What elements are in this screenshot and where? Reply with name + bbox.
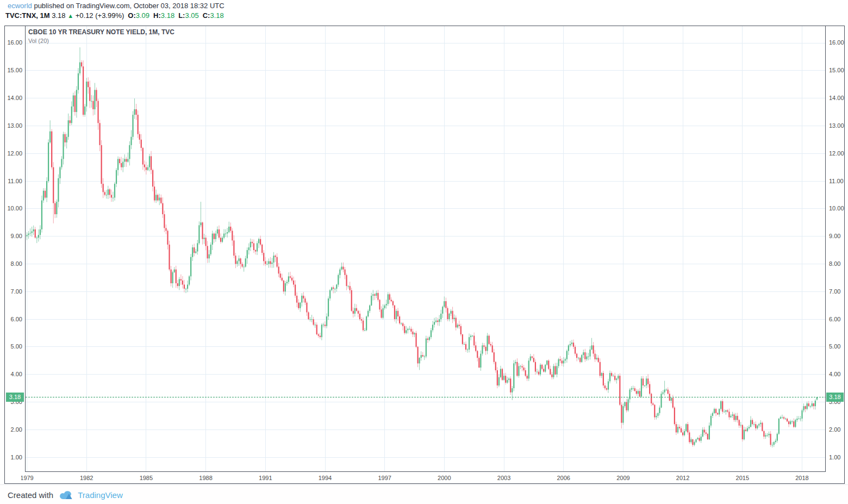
right-price-axis[interactable]: 3.18 1.002.003.004.005.006.007.008.009.0… bbox=[826, 26, 844, 472]
price-tick-label: 10.00 bbox=[829, 205, 844, 212]
current-price-badge-right: 3.18 bbox=[826, 393, 844, 402]
published-chart-page: ecworld published on TradingView.com, Oc… bbox=[0, 0, 848, 504]
price-tick-label: 6.00 bbox=[829, 316, 840, 323]
left-price-axis[interactable]: 3.18 1.002.003.004.005.006.007.008.009.0… bbox=[5, 26, 25, 472]
price-tick-label: 6.00 bbox=[11, 316, 22, 323]
tradingview-logo-icon bbox=[59, 489, 73, 501]
tradingview-brand-link[interactable]: TradingView bbox=[78, 490, 123, 500]
time-tick-label: 2009 bbox=[616, 475, 629, 481]
time-tick-label: 1988 bbox=[199, 475, 212, 481]
footer-bar: Created with TradingView bbox=[0, 484, 848, 504]
price-tick-label: 8.00 bbox=[11, 260, 22, 267]
price-tick-label: 5.00 bbox=[829, 343, 840, 350]
time-tick-label: 2006 bbox=[557, 475, 570, 481]
price-change: +0.12 (+3.99%) bbox=[76, 11, 124, 20]
time-tick-label: 1979 bbox=[21, 475, 34, 481]
created-with-text: Created with bbox=[8, 490, 53, 500]
price-tick-label: 9.00 bbox=[11, 233, 22, 240]
price-tick-label: 10.00 bbox=[7, 205, 22, 212]
low-value: 3.05 bbox=[185, 11, 198, 20]
open-label: O: bbox=[128, 11, 135, 20]
time-tick-label: 2018 bbox=[795, 475, 808, 481]
open-value: 3.09 bbox=[136, 11, 149, 20]
price-tick-label: 11.00 bbox=[8, 178, 22, 185]
candlestick-plot-area[interactable]: CBOE 10 YR TREASURY NOTE YIELD, 1M, TVC … bbox=[25, 26, 826, 472]
price-tick-label: 8.00 bbox=[829, 260, 840, 267]
price-tick-label: 14.00 bbox=[829, 95, 844, 102]
up-arrow-icon: ▲ bbox=[67, 13, 73, 19]
price-tick-label: 15.00 bbox=[7, 67, 22, 74]
price-tick-label: 16.00 bbox=[7, 39, 22, 46]
price-tick-label: 1.00 bbox=[11, 454, 22, 461]
time-tick-label: 2000 bbox=[438, 475, 451, 481]
price-tick-label: 11.00 bbox=[829, 178, 844, 185]
price-tick-label: 2.00 bbox=[11, 426, 22, 433]
time-tick-label: 2015 bbox=[736, 475, 749, 481]
price-tick-label: 4.00 bbox=[11, 371, 22, 378]
close-label: C: bbox=[203, 11, 210, 20]
price-tick-label: 16.00 bbox=[829, 39, 844, 46]
time-tick-label: 1991 bbox=[259, 475, 272, 481]
time-tick-label: 2003 bbox=[497, 475, 510, 481]
time-tick-label: 1985 bbox=[140, 475, 153, 481]
price-tick-label: 4.00 bbox=[829, 371, 840, 378]
high-value: 3.18 bbox=[161, 11, 174, 20]
price-tick-label: 12.00 bbox=[7, 150, 22, 157]
price-tick-label: 12.00 bbox=[829, 150, 844, 157]
symbol-info-line: TVC:TNX, 1M 3.18 ▲ +0.12 (+3.99%)O:3.09H… bbox=[5, 11, 224, 20]
price-tick-label: 13.00 bbox=[829, 122, 844, 129]
candlestick-canvas[interactable] bbox=[26, 26, 825, 471]
symbol-name: TVC:TNX, 1M bbox=[5, 11, 50, 20]
low-label: L: bbox=[178, 11, 185, 20]
current-price-badge-left: 3.18 bbox=[6, 393, 24, 402]
price-tick-label: 7.00 bbox=[11, 288, 22, 295]
price-tick-label: 9.00 bbox=[829, 233, 840, 240]
chart-widget[interactable]: 3.18 1.002.003.004.005.006.007.008.009.0… bbox=[4, 26, 845, 484]
price-tick-label: 14.00 bbox=[7, 95, 22, 102]
price-tick-label: 1.00 bbox=[829, 454, 840, 461]
time-axis[interactable]: 1979198219851988199119941997200020032006… bbox=[21, 472, 844, 483]
price-tick-label: 15.00 bbox=[829, 67, 844, 74]
publish-text: published on TradingView.com, October 03… bbox=[32, 2, 225, 10]
close-value: 3.18 bbox=[210, 11, 223, 20]
time-tick-label: 2012 bbox=[676, 475, 689, 481]
high-label: H: bbox=[153, 11, 161, 20]
time-tick-label: 1994 bbox=[319, 475, 332, 481]
price-tick-label: 5.00 bbox=[11, 343, 22, 350]
time-tick-label: 1997 bbox=[378, 475, 391, 481]
price-tick-label: 2.00 bbox=[829, 426, 840, 433]
publish-info-line: ecworld published on TradingView.com, Oc… bbox=[8, 2, 225, 10]
price-tick-label: 13.00 bbox=[7, 122, 22, 129]
author-link[interactable]: ecworld bbox=[8, 2, 32, 10]
price-tick-label: 7.00 bbox=[829, 288, 840, 295]
last-price: 3.18 bbox=[52, 11, 65, 20]
time-tick-label: 1982 bbox=[80, 475, 93, 481]
